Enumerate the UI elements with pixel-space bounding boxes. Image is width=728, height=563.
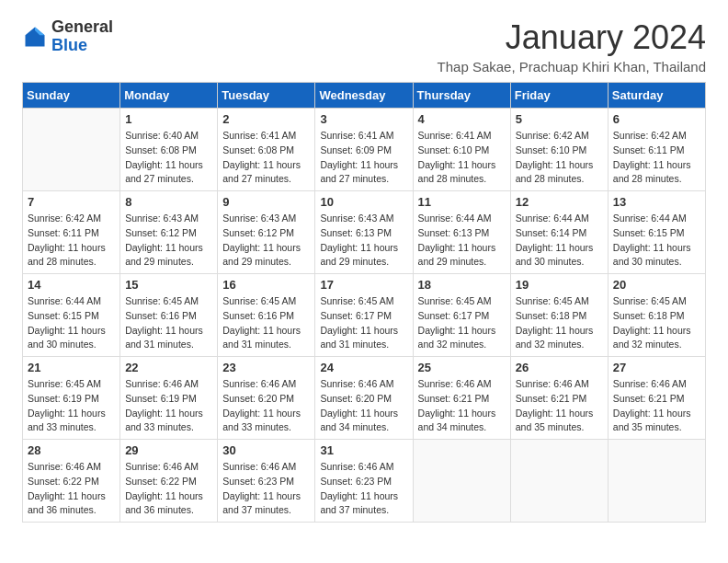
sunset-text: Sunset: 6:22 PM [125,475,212,489]
sunset-text: Sunset: 6:10 PM [418,144,506,158]
daylight-text: Daylight: 11 hours and 29 minutes. [222,241,310,270]
sunset-text: Sunset: 6:18 PM [516,309,603,324]
calendar-cell: 17Sunrise: 6:45 AMSunset: 6:17 PMDayligh… [315,274,413,357]
calendar-cell: 11Sunrise: 6:44 AMSunset: 6:13 PMDayligh… [413,191,510,274]
calendar-cell: 8Sunrise: 6:43 AMSunset: 6:12 PMDaylight… [120,191,218,274]
sunrise-text: Sunrise: 6:43 AM [125,212,212,226]
month-title: January 2024 [438,18,706,57]
day-info: Sunrise: 6:42 AMSunset: 6:11 PMDaylight:… [613,129,700,187]
day-info: Sunrise: 6:43 AMSunset: 6:13 PMDaylight:… [320,212,407,270]
day-info: Sunrise: 6:46 AMSunset: 6:23 PMDaylight:… [222,460,310,518]
col-header-wednesday: Wednesday [315,83,413,109]
sunset-text: Sunset: 6:16 PM [222,309,310,324]
sunset-text: Sunset: 6:15 PM [613,226,700,241]
day-number: 5 [516,112,603,126]
daylight-text: Daylight: 11 hours and 32 minutes. [418,324,506,353]
sunset-text: Sunset: 6:22 PM [28,475,115,489]
daylight-text: Daylight: 11 hours and 33 minutes. [125,407,212,436]
col-header-thursday: Thursday [413,83,510,109]
day-number: 19 [516,278,603,292]
day-number: 14 [28,278,115,292]
calendar-cell: 10Sunrise: 6:43 AMSunset: 6:13 PMDayligh… [315,191,413,274]
sunset-text: Sunset: 6:11 PM [613,144,700,158]
day-info: Sunrise: 6:45 AMSunset: 6:16 PMDaylight:… [222,294,310,352]
day-info: Sunrise: 6:45 AMSunset: 6:19 PMDaylight:… [28,377,115,435]
logo-icon [22,24,48,50]
calendar-cell: 2Sunrise: 6:41 AMSunset: 6:08 PMDaylight… [218,109,315,191]
calendar-cell: 29Sunrise: 6:46 AMSunset: 6:22 PMDayligh… [120,440,218,523]
daylight-text: Daylight: 11 hours and 30 minutes. [516,241,603,270]
calendar-cell: 25Sunrise: 6:46 AMSunset: 6:21 PMDayligh… [413,357,510,440]
calendar-cell: 1Sunrise: 6:40 AMSunset: 6:08 PMDaylight… [120,109,218,191]
calendar-cell: 3Sunrise: 6:41 AMSunset: 6:09 PMDaylight… [315,109,413,191]
day-number: 13 [613,195,700,209]
sunrise-text: Sunrise: 6:46 AM [320,377,407,392]
sunset-text: Sunset: 6:21 PM [613,392,700,407]
daylight-text: Daylight: 11 hours and 33 minutes. [222,407,310,436]
day-number: 7 [28,195,115,209]
calendar-cell: 6Sunrise: 6:42 AMSunset: 6:11 PMDaylight… [608,109,705,191]
day-info: Sunrise: 6:45 AMSunset: 6:18 PMDaylight:… [516,294,603,352]
sunrise-text: Sunrise: 6:46 AM [28,460,115,475]
calendar-cell: 19Sunrise: 6:45 AMSunset: 6:18 PMDayligh… [510,274,608,357]
day-number: 3 [320,112,407,126]
day-info: Sunrise: 6:43 AMSunset: 6:12 PMDaylight:… [125,212,212,270]
calendar-cell: 22Sunrise: 6:46 AMSunset: 6:19 PMDayligh… [120,357,218,440]
day-info: Sunrise: 6:44 AMSunset: 6:15 PMDaylight:… [28,294,115,352]
sunrise-text: Sunrise: 6:41 AM [222,129,310,144]
daylight-text: Daylight: 11 hours and 35 minutes. [516,407,603,436]
logo-text: General Blue [51,18,113,55]
sunset-text: Sunset: 6:10 PM [516,144,603,158]
daylight-text: Daylight: 11 hours and 29 minutes. [320,241,407,270]
calendar-cell: 26Sunrise: 6:46 AMSunset: 6:21 PMDayligh… [510,357,608,440]
day-info: Sunrise: 6:44 AMSunset: 6:15 PMDaylight:… [613,212,700,270]
title-block: January 2024 Thap Sakae, Prachuap Khiri … [438,18,706,75]
sunrise-text: Sunrise: 6:46 AM [320,460,407,475]
sunrise-text: Sunrise: 6:44 AM [418,212,506,226]
daylight-text: Daylight: 11 hours and 29 minutes. [125,241,212,270]
sunset-text: Sunset: 6:12 PM [125,226,212,241]
daylight-text: Daylight: 11 hours and 28 minutes. [613,158,700,188]
calendar-cell: 16Sunrise: 6:45 AMSunset: 6:16 PMDayligh… [218,274,315,357]
day-number: 11 [418,195,506,209]
calendar-cell: 5Sunrise: 6:42 AMSunset: 6:10 PMDaylight… [510,109,608,191]
day-number: 24 [320,361,407,374]
daylight-text: Daylight: 11 hours and 30 minutes. [613,241,700,270]
day-info: Sunrise: 6:41 AMSunset: 6:10 PMDaylight:… [418,129,506,187]
day-number: 18 [418,278,506,292]
daylight-text: Daylight: 11 hours and 28 minutes. [516,158,603,188]
day-info: Sunrise: 6:46 AMSunset: 6:20 PMDaylight:… [320,377,407,435]
day-number: 30 [222,443,310,457]
col-header-tuesday: Tuesday [218,83,315,109]
daylight-text: Daylight: 11 hours and 27 minutes. [125,158,212,188]
sunset-text: Sunset: 6:08 PM [125,144,212,158]
sunset-text: Sunset: 6:19 PM [125,392,212,407]
sunrise-text: Sunrise: 6:43 AM [320,212,407,226]
sunrise-text: Sunrise: 6:44 AM [28,294,115,309]
location: Thap Sakae, Prachuap Khiri Khan, Thailan… [438,59,706,75]
sunrise-text: Sunrise: 6:45 AM [222,294,310,309]
day-info: Sunrise: 6:43 AMSunset: 6:12 PMDaylight:… [222,212,310,270]
sunrise-text: Sunrise: 6:46 AM [418,377,506,392]
day-number: 27 [613,361,700,374]
sunset-text: Sunset: 6:13 PM [320,226,407,241]
sunrise-text: Sunrise: 6:42 AM [516,129,603,144]
daylight-text: Daylight: 11 hours and 31 minutes. [320,324,407,353]
calendar-cell: 31Sunrise: 6:46 AMSunset: 6:23 PMDayligh… [315,440,413,523]
sunrise-text: Sunrise: 6:41 AM [320,129,407,144]
sunrise-text: Sunrise: 6:45 AM [28,377,115,392]
calendar-cell: 13Sunrise: 6:44 AMSunset: 6:15 PMDayligh… [608,191,705,274]
day-info: Sunrise: 6:46 AMSunset: 6:20 PMDaylight:… [222,377,310,435]
daylight-text: Daylight: 11 hours and 34 minutes. [418,407,506,436]
daylight-text: Daylight: 11 hours and 36 minutes. [125,489,212,519]
sunrise-text: Sunrise: 6:45 AM [418,294,506,309]
day-info: Sunrise: 6:46 AMSunset: 6:22 PMDaylight:… [28,460,115,518]
day-number: 8 [125,195,212,209]
calendar-cell: 9Sunrise: 6:43 AMSunset: 6:12 PMDaylight… [218,191,315,274]
day-number: 4 [418,112,506,126]
day-number: 2 [222,112,310,126]
day-info: Sunrise: 6:45 AMSunset: 6:17 PMDaylight:… [320,294,407,352]
daylight-text: Daylight: 11 hours and 28 minutes. [418,158,506,188]
sunset-text: Sunset: 6:19 PM [28,392,115,407]
sunset-text: Sunset: 6:16 PM [125,309,212,324]
